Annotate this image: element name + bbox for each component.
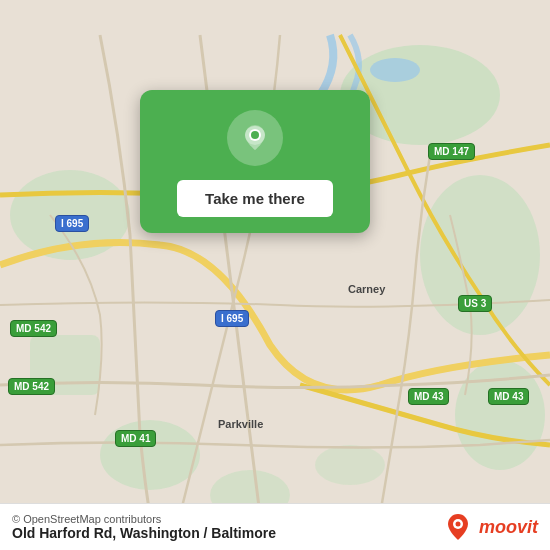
road-badge-md43-1: MD 43 (408, 388, 449, 405)
road-badge-md147: MD 147 (428, 143, 475, 160)
bottom-bar: © OpenStreetMap contributors Old Harford… (0, 503, 550, 550)
place-label-parkville: Parkville (218, 418, 263, 430)
location-name: Old Harford Rd, Washington / Baltimore (12, 525, 276, 541)
svg-point-8 (370, 58, 420, 82)
bottom-left: © OpenStreetMap contributors Old Harford… (12, 513, 276, 541)
moovit-logo: moovit (443, 512, 538, 542)
moovit-logo-icon (443, 512, 473, 542)
location-pin-icon (239, 122, 271, 154)
map-container: I 695 MD 542 MD 542 I 695 US 3 MD 147 MD… (0, 0, 550, 550)
svg-point-7 (315, 445, 385, 485)
road-badge-i695-mid: I 695 (215, 310, 249, 327)
svg-point-11 (251, 131, 259, 139)
take-me-there-button[interactable]: Take me there (177, 180, 333, 217)
svg-point-13 (455, 522, 460, 527)
road-badge-md41: MD 41 (115, 430, 156, 447)
card-overlay: Take me there (140, 90, 370, 233)
road-badge-md542-2: MD 542 (8, 378, 55, 395)
road-badge-md43-2: MD 43 (488, 388, 529, 405)
road-badge-md542-1: MD 542 (10, 320, 57, 337)
road-badge-i695-top: I 695 (55, 215, 89, 232)
moovit-text: moovit (479, 517, 538, 538)
map-svg (0, 0, 550, 550)
place-label-carney: Carney (348, 283, 385, 295)
pin-icon-wrap (227, 110, 283, 166)
osm-credit: © OpenStreetMap contributors (12, 513, 276, 525)
road-badge-us3: US 3 (458, 295, 492, 312)
